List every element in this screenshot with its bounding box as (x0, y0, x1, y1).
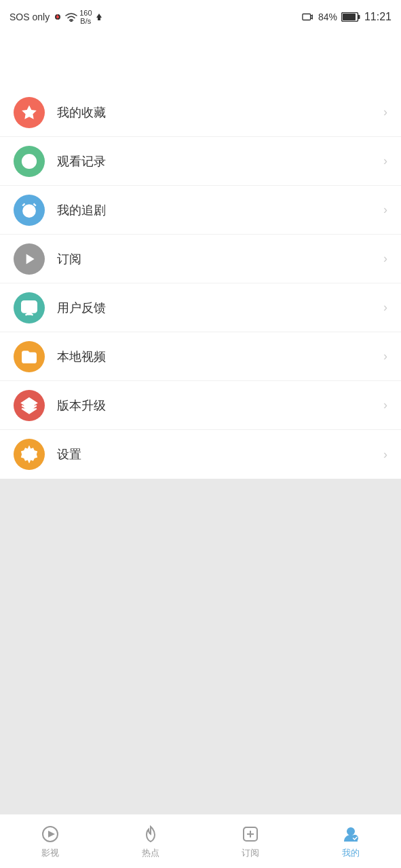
local-icon-bg (14, 341, 45, 372)
update-icon-bg (14, 390, 45, 421)
svg-point-2 (71, 21, 72, 22)
svg-line-12 (34, 203, 36, 205)
menu-item-history[interactable]: 观看记录 › (0, 137, 401, 186)
menu-item-feedback[interactable]: 用户反馈 › (0, 283, 401, 332)
subscribe-label: 订阅 (57, 251, 383, 267)
settings-icon-bg (14, 439, 45, 470)
hot-icon (140, 824, 161, 844)
svg-point-24 (347, 828, 354, 835)
svg-rect-4 (303, 14, 311, 20)
nav-item-hot[interactable]: 热点 (100, 824, 201, 859)
history-label: 观看记录 (57, 153, 383, 170)
menu-list: 我的收藏 › 观看记录 › 我的追剧 › (0, 88, 401, 479)
svg-rect-6 (358, 15, 360, 19)
clock-icon (20, 153, 38, 170)
battery-icon (341, 12, 360, 22)
svg-marker-8 (22, 105, 37, 119)
subscribe-nav-label: 订阅 (242, 847, 259, 859)
feedback-icon-bg (14, 292, 45, 323)
phone-icon (302, 12, 314, 22)
star-icon (20, 104, 38, 121)
history-chevron: › (383, 154, 387, 168)
history-icon-bg (14, 146, 45, 177)
header-spacer (0, 34, 401, 88)
menu-item-favorites[interactable]: 我的收藏 › (0, 88, 401, 137)
hot-label: 热点 (142, 847, 159, 859)
bottom-nav: 影视 热点 订阅 我的 (0, 814, 401, 868)
gear-icon (20, 446, 38, 463)
status-right: 84% 11:21 (302, 11, 392, 23)
svg-rect-14 (22, 301, 37, 312)
alarm-icon (20, 201, 38, 219)
upload-icon (94, 12, 104, 22)
settings-label: 设置 (57, 446, 383, 462)
nav-item-subscribe[interactable]: 订阅 (201, 824, 301, 859)
favorites-label: 我的收藏 (57, 104, 383, 121)
mine-label: 我的 (342, 847, 360, 859)
local-chevron: › (383, 349, 387, 363)
menu-item-local[interactable]: 本地视频 › (0, 332, 401, 381)
nav-item-movies[interactable]: 影视 (0, 824, 100, 859)
feedback-label: 用户反馈 (57, 300, 383, 316)
gray-area (0, 479, 401, 814)
folder-icon (20, 348, 38, 366)
subscribe-icon-bg (14, 243, 45, 275)
svg-marker-20 (48, 831, 55, 837)
update-label: 版本升级 (57, 397, 383, 414)
signal-icon: ! (52, 12, 63, 22)
subscribe-chevron: › (383, 252, 387, 266)
menu-item-subscribe[interactable]: 订阅 › (0, 235, 401, 283)
battery-percent: 84% (318, 12, 337, 22)
svg-marker-3 (96, 14, 102, 20)
update-chevron: › (383, 398, 387, 412)
speed-text: 160B/s (79, 9, 92, 25)
favorites-chevron: › (383, 105, 387, 119)
menu-item-settings[interactable]: 设置 › (0, 430, 401, 479)
movies-label: 影视 (41, 847, 59, 859)
movies-icon (40, 824, 60, 844)
series-chevron: › (383, 203, 387, 217)
status-bar: SOS only ! 160B/s 84% (0, 0, 401, 34)
sos-text: SOS only (9, 12, 50, 22)
layers-icon (20, 397, 38, 414)
svg-marker-13 (26, 254, 35, 264)
mine-icon (341, 824, 361, 844)
wifi-icon (65, 12, 77, 22)
nav-item-mine[interactable]: 我的 (301, 824, 401, 859)
menu-item-update[interactable]: 版本升级 › (0, 381, 401, 430)
feedback-chevron: › (383, 300, 387, 315)
favorites-icon-bg (14, 97, 45, 128)
status-left: SOS only ! 160B/s (9, 9, 104, 25)
local-label: 本地视频 (57, 349, 383, 365)
svg-line-11 (22, 203, 24, 205)
svg-rect-7 (343, 14, 356, 20)
menu-item-series[interactable]: 我的追剧 › (0, 186, 401, 235)
series-label: 我的追剧 (57, 202, 383, 218)
subscribe-nav-icon (240, 824, 261, 844)
time-text: 11:21 (364, 11, 392, 23)
chat-icon (20, 299, 38, 317)
svg-text:!: ! (56, 14, 58, 21)
series-icon-bg (14, 195, 45, 226)
status-icons: ! 160B/s (52, 9, 103, 25)
settings-chevron: › (383, 448, 387, 462)
play-icon (20, 250, 38, 268)
